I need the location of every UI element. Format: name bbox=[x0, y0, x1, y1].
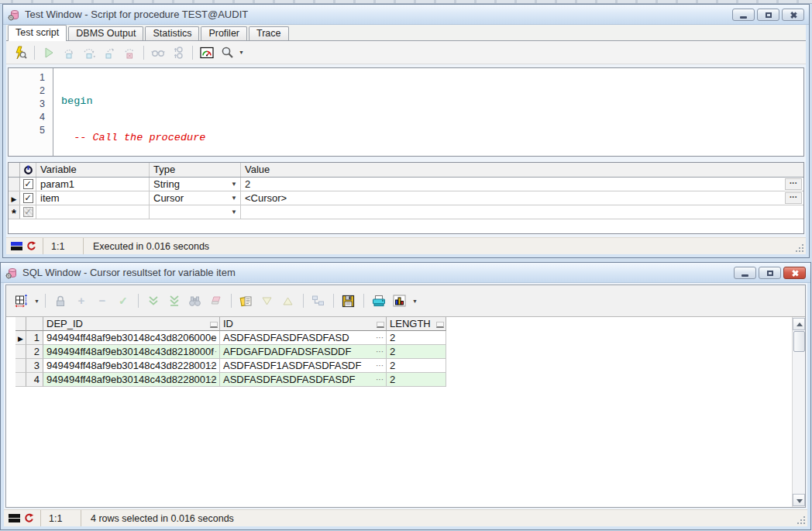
delete-record-button[interactable]: − bbox=[93, 291, 112, 310]
dep-id-cell[interactable]: 949494ff48af9eb30148c43d8218000f··· bbox=[43, 345, 220, 359]
breakpoints-button[interactable] bbox=[169, 43, 188, 62]
restore-button[interactable] bbox=[757, 9, 779, 21]
editor-code-area[interactable]: begin -- Call the procedure test(param1 … bbox=[53, 68, 218, 156]
tab-test-script[interactable]: Test script bbox=[8, 25, 67, 41]
test-window-titlebar[interactable]: Test Window - Script for procedure TEST@… bbox=[3, 5, 809, 25]
cell-ellipsis-icon[interactable]: ··· bbox=[376, 332, 384, 343]
variable-toggle-column-header[interactable] bbox=[20, 163, 36, 177]
column-header-id[interactable]: ID bbox=[220, 317, 387, 331]
close-button[interactable] bbox=[783, 267, 806, 279]
dep-id-cell[interactable]: 949494ff48af9eb30148c43d82280012··· bbox=[43, 373, 220, 387]
chart-dropdown-arrow-icon[interactable]: ▼ bbox=[412, 298, 418, 304]
chart-button[interactable] bbox=[391, 291, 409, 310]
variable-row-new[interactable]: * ✓ ▼ bbox=[9, 205, 803, 219]
step-into-button[interactable] bbox=[60, 43, 78, 62]
column-options-icon[interactable] bbox=[377, 322, 384, 328]
minimize-button[interactable] bbox=[734, 267, 756, 279]
column-options-icon[interactable] bbox=[436, 322, 444, 328]
resize-grip[interactable] bbox=[793, 512, 807, 526]
scrollbar-thumb[interactable] bbox=[793, 331, 805, 352]
length-cell[interactable]: 2 bbox=[387, 373, 446, 387]
sql-window-titlebar[interactable]: SQL Window - Cursor resultset for variab… bbox=[1, 263, 810, 283]
result-row-3[interactable]: 3 949494ff48af9eb30148c43d82280012··· AS… bbox=[15, 359, 446, 373]
row-number-cell[interactable]: 3 bbox=[26, 359, 43, 373]
tab-trace[interactable]: Trace bbox=[249, 26, 289, 40]
step-out-button[interactable] bbox=[100, 43, 119, 62]
variable-type-cell[interactable]: ▼ bbox=[150, 205, 241, 219]
variable-row-item[interactable]: ▶ ✓ item Cursor▼ <Cursor>··· bbox=[9, 191, 803, 205]
variable-column-header[interactable]: Variable bbox=[36, 163, 150, 177]
resize-grip[interactable] bbox=[792, 240, 806, 254]
length-cell[interactable]: 2 bbox=[387, 331, 446, 345]
scroll-down-button[interactable] bbox=[793, 494, 805, 506]
save-button[interactable] bbox=[339, 291, 358, 310]
restore-button[interactable] bbox=[759, 267, 781, 279]
type-dropdown-arrow-icon[interactable]: ▼ bbox=[231, 178, 237, 191]
cell-ellipsis-icon[interactable]: ··· bbox=[376, 374, 384, 385]
zoom-button[interactable] bbox=[218, 43, 236, 62]
tab-profiler[interactable]: Profiler bbox=[201, 26, 247, 40]
execute-button[interactable] bbox=[40, 43, 58, 62]
lock-button[interactable] bbox=[51, 291, 70, 310]
tab-dbms-output[interactable]: DBMS Output bbox=[68, 26, 143, 40]
variable-type-cell[interactable]: Cursor▼ bbox=[150, 191, 241, 205]
result-row-4[interactable]: 4 949494ff48af9eb30148c43d82280012··· AS… bbox=[15, 373, 446, 387]
checkbox-cell[interactable]: ✓ bbox=[20, 178, 36, 191]
highlight-button[interactable] bbox=[207, 291, 225, 310]
scroll-up-button[interactable] bbox=[793, 318, 805, 330]
value-ellipsis-button[interactable]: ··· bbox=[785, 178, 802, 190]
cell-ellipsis-icon[interactable]: ··· bbox=[209, 374, 217, 385]
sort-ascending-button[interactable] bbox=[279, 291, 298, 310]
variable-name-cell[interactable]: item bbox=[36, 191, 150, 205]
type-column-header[interactable]: Type bbox=[150, 163, 241, 177]
column-header-dep-id[interactable]: DEP_ID bbox=[43, 317, 220, 331]
grid-layout-dropdown-arrow-icon[interactable]: ▼ bbox=[34, 298, 40, 304]
id-cell[interactable]: ASDFASDF1ASDFASDFASDF··· bbox=[220, 359, 387, 373]
checkbox-checked-icon[interactable]: ✓ bbox=[23, 179, 33, 189]
id-cell[interactable]: AFDGAFDADFADSFASDDF··· bbox=[220, 345, 387, 359]
row-number-cell[interactable]: 1 bbox=[26, 331, 43, 345]
vertical-scrollbar[interactable] bbox=[792, 317, 805, 507]
dep-id-cell[interactable]: 949494ff48af9eb30148c43d82280012··· bbox=[43, 359, 220, 373]
insert-record-button[interactable]: + bbox=[72, 291, 91, 310]
dep-id-cell[interactable]: 949494ff48af9eb30148c43d8206000e··· bbox=[43, 331, 220, 345]
cell-ellipsis-icon[interactable]: ··· bbox=[376, 346, 384, 357]
script-editor[interactable]: 1 2 3 4 5 begin -- Call the procedure te… bbox=[8, 67, 804, 157]
column-header-length[interactable]: LENGTH bbox=[387, 317, 446, 331]
id-cell[interactable]: ASDFASDFASDFASDFASD··· bbox=[220, 331, 387, 345]
fetch-last-page-button[interactable] bbox=[165, 291, 184, 310]
type-dropdown-arrow-icon[interactable]: ▼ bbox=[231, 191, 237, 205]
cell-ellipsis-icon[interactable]: ··· bbox=[376, 360, 384, 371]
find-button[interactable] bbox=[186, 291, 205, 310]
variable-value-cell[interactable] bbox=[241, 205, 803, 219]
result-row-1[interactable]: ▶ 1 949494ff48af9eb30148c43d8206000e··· … bbox=[15, 331, 446, 345]
value-column-header[interactable]: Value bbox=[241, 163, 803, 177]
column-options-icon[interactable] bbox=[210, 322, 218, 328]
profiler-gauge-button[interactable] bbox=[198, 43, 216, 62]
step-over-button[interactable] bbox=[80, 43, 98, 62]
length-cell[interactable]: 2 bbox=[387, 359, 446, 373]
checkbox-checked-icon[interactable]: ✓ bbox=[23, 193, 33, 203]
export-copy-button[interactable] bbox=[237, 291, 256, 310]
print-button[interactable] bbox=[370, 291, 388, 310]
length-cell[interactable]: 2 bbox=[387, 345, 446, 359]
cell-ellipsis-icon[interactable]: ··· bbox=[209, 346, 217, 357]
tab-statistics[interactable]: Statistics bbox=[145, 26, 199, 40]
variable-name-cell[interactable] bbox=[36, 205, 150, 219]
fetch-next-page-button[interactable] bbox=[144, 291, 163, 310]
variable-type-cell[interactable]: String▼ bbox=[150, 178, 241, 191]
cell-ellipsis-icon[interactable]: ··· bbox=[209, 332, 217, 343]
variable-value-cell[interactable]: <Cursor>··· bbox=[241, 191, 803, 205]
run-to-exception-button[interactable] bbox=[120, 43, 139, 62]
variable-name-cell[interactable]: param1 bbox=[36, 178, 150, 191]
sort-descending-button[interactable] bbox=[258, 291, 277, 310]
row-number-cell[interactable]: 4 bbox=[26, 373, 43, 387]
value-ellipsis-button[interactable]: ··· bbox=[785, 192, 802, 204]
minimize-button[interactable] bbox=[732, 9, 755, 21]
variable-row-param1[interactable]: ✓ param1 String▼ 2··· bbox=[9, 178, 803, 191]
checkbox-cell[interactable]: ✓ bbox=[20, 205, 36, 219]
master-detail-button[interactable] bbox=[309, 291, 328, 310]
row-number-cell[interactable]: 2 bbox=[26, 345, 43, 359]
cell-ellipsis-icon[interactable]: ··· bbox=[209, 360, 217, 371]
id-cell[interactable]: ASDFASDFASDFASDFASDF··· bbox=[220, 373, 387, 387]
